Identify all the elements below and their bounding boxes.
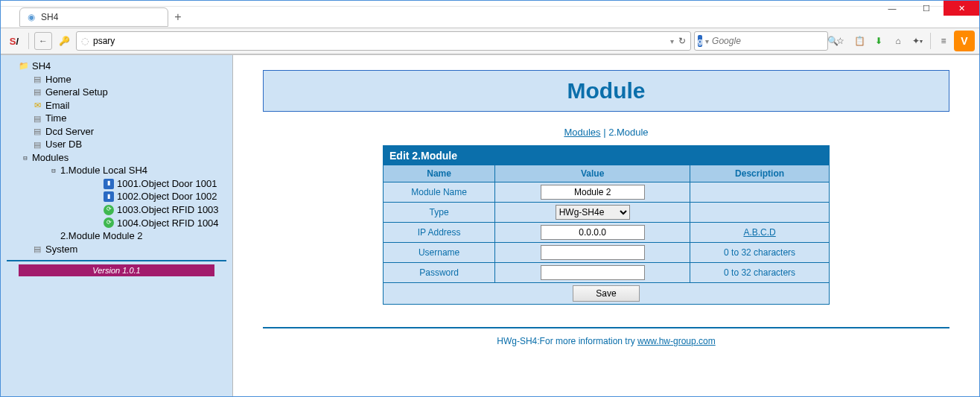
tree-item-time[interactable]: -▤Time [19, 112, 232, 125]
tree-root-label: SH4 [32, 60, 51, 73]
row-label: IP Address [384, 223, 495, 243]
row-label: Type [384, 203, 495, 223]
tree-item-object[interactable]: -⟳1004.Object RFID 1004 [90, 217, 232, 230]
breadcrumb: Modules | 2.Module [263, 127, 949, 138]
bookmark-star-icon[interactable]: ☆ [831, 32, 849, 50]
version-label: Version 1.0.1 [19, 264, 214, 276]
rfid-icon: ⟳ [104, 205, 114, 215]
save-button[interactable]: Save [573, 285, 640, 302]
tree-item-home[interactable]: -▤Home [19, 73, 232, 86]
collapse-icon[interactable]: ⊟ [50, 166, 57, 175]
row-desc [690, 182, 830, 203]
search-dropdown[interactable]: ▾ [705, 37, 709, 45]
menu-icon[interactable]: ≡ [935, 32, 952, 50]
address-dropdown[interactable]: ▾ [670, 37, 674, 45]
search-input[interactable] [712, 36, 824, 46]
page-title-box: Module [263, 70, 949, 112]
key-icon[interactable]: 🔑 [55, 32, 73, 50]
type-select[interactable]: HWg-SH4e [556, 205, 630, 220]
back-button[interactable]: ← [34, 32, 52, 50]
seznam-logo-icon[interactable]: S/ [5, 32, 23, 50]
col-name: Name [384, 165, 495, 182]
footer-link[interactable]: www.hw-group.com [637, 336, 716, 346]
username-input[interactable] [541, 245, 645, 260]
new-tab-button[interactable]: + [168, 7, 188, 27]
avast-icon[interactable]: V [954, 31, 975, 51]
page-icon: ▤ [32, 139, 42, 150]
reload-button[interactable]: ↻ [678, 36, 686, 46]
rfid-icon: ⟳ [104, 217, 114, 228]
row-desc [690, 203, 830, 223]
extension-icon[interactable]: ✦▾ [909, 32, 926, 50]
tree-item-modules[interactable]: ⊟Modules [19, 151, 232, 165]
door-icon: ▮ [104, 179, 114, 189]
col-value: Value [495, 165, 690, 182]
page-icon: ▤ [32, 74, 42, 84]
tree-item-system[interactable]: -▤System [19, 243, 232, 256]
tab-favicon: ◉ [26, 12, 36, 22]
tree-item-object[interactable]: -▮1002.Object Door 1002 [90, 190, 232, 203]
ip-address-input[interactable] [541, 225, 645, 240]
page-icon: ▤ [32, 244, 42, 254]
main-content: Module Modules | 2.Module Edit 2.Module … [233, 55, 979, 396]
search-box[interactable]: g ▾ 🔍 [694, 31, 828, 51]
tree-item-object[interactable]: -▮1001.Object Door 1001 [90, 177, 232, 191]
footer: HWg-SH4:For more information try www.hw-… [263, 336, 949, 346]
ip-format-link[interactable]: A.B.C.D [743, 227, 775, 238]
globe-icon: ◌ [81, 36, 89, 46]
address-input[interactable] [93, 36, 666, 46]
row-label: Password [384, 263, 495, 283]
tab-title: SH4 [41, 12, 58, 22]
row-label: Module Name [384, 182, 495, 203]
download-icon[interactable]: ⬇ [870, 32, 888, 50]
page-title: Module [567, 78, 646, 104]
tree-root[interactable]: -📁 SH4 [5, 60, 232, 73]
page-icon: ▤ [32, 113, 42, 124]
sidebar: -📁 SH4 -▤Home -▤General Setup -✉Email -▤… [1, 55, 233, 396]
edit-module-table: Edit 2.Module Name Value Description Mod… [383, 145, 830, 305]
tree-item-email[interactable]: -✉Email [19, 99, 232, 112]
tree-item-general-setup[interactable]: -▤General Setup [19, 86, 232, 99]
breadcrumb-link-modules[interactable]: Modules [564, 127, 600, 138]
tree-item-user-db[interactable]: -▤User DB [19, 138, 232, 151]
page-icon: ▤ [32, 127, 42, 137]
door-icon: ▮ [104, 191, 114, 202]
address-bar[interactable]: ◌ ▾ ↻ [76, 31, 691, 51]
tree-item-module-2[interactable]: -2.Module Module 2 [47, 229, 232, 243]
google-icon: g [698, 35, 702, 47]
row-label: Username [384, 243, 495, 263]
row-desc: 0 to 32 characters [690, 263, 830, 283]
home-icon[interactable]: ⌂ [889, 32, 907, 50]
tree-item-module-1[interactable]: ⊟1.Module Local SH4 [47, 164, 232, 177]
row-desc: 0 to 32 characters [690, 243, 830, 263]
tree-item-object[interactable]: -⟳1003.Object RFID 1003 [90, 203, 232, 217]
col-desc: Description [690, 165, 830, 182]
folder-icon: 📁 [19, 61, 29, 72]
page-icon: ▤ [32, 87, 42, 98]
browser-tab[interactable]: ◉ SH4 [19, 7, 168, 27]
password-input[interactable] [541, 265, 645, 280]
tree-item-dcd-server[interactable]: -▤Dcd Server [19, 125, 232, 139]
table-title: Edit 2.Module [384, 146, 830, 165]
breadcrumb-current: 2.Module [608, 127, 648, 138]
mail-icon: ✉ [32, 100, 42, 110]
collapse-icon[interactable]: ⊟ [22, 153, 29, 162]
module-name-input[interactable] [541, 185, 645, 200]
clipboard-icon[interactable]: 📋 [850, 32, 868, 50]
